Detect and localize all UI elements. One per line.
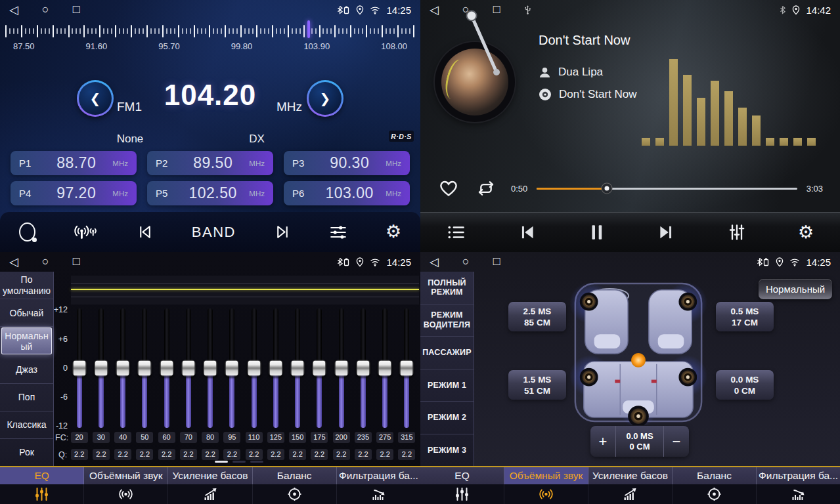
slider-thumb[interactable] [378, 360, 392, 377]
eq-band-slider[interactable] [177, 308, 199, 428]
preset-button-4[interactable]: P4 97.20 MHz [11, 181, 137, 205]
eq-band-slider[interactable] [68, 308, 90, 428]
filter-icon[interactable] [337, 484, 420, 504]
eq-preset-item[interactable]: Поп [0, 384, 53, 411]
settings-button[interactable]: ⚙ [798, 224, 814, 242]
eq-band-slider[interactable] [200, 308, 221, 428]
preset-button-6[interactable]: P6 103.00 MHz [284, 181, 410, 205]
eq-band-slider[interactable] [243, 308, 265, 428]
previous-track-button[interactable] [518, 223, 537, 242]
slider-thumb[interactable] [94, 360, 108, 377]
car-cabin-diagram[interactable] [570, 280, 707, 425]
recents-icon[interactable]: □ [493, 3, 500, 17]
slider-thumb[interactable] [181, 360, 195, 377]
surround-sound-icon[interactable] [504, 484, 588, 504]
recents-icon[interactable]: □ [73, 3, 80, 17]
seek-next-button[interactable] [274, 223, 292, 241]
rear-left-delay[interactable]: 1.5 MS 51 CM [508, 370, 566, 400]
slider-thumb[interactable] [160, 360, 173, 377]
slider-thumb[interactable] [334, 360, 348, 377]
slider-thumb[interactable] [356, 360, 370, 377]
slider-thumb[interactable] [225, 360, 239, 377]
front-left-delay[interactable]: 2.5 MS 85 CM [508, 302, 566, 331]
eq-band-slider[interactable] [330, 308, 352, 428]
preset-button-2[interactable]: P2 89.50 MHz [147, 151, 273, 175]
pause-button[interactable] [589, 223, 605, 242]
balance-icon[interactable] [253, 484, 337, 504]
eq-band-slider[interactable] [309, 308, 330, 428]
balance-icon[interactable] [673, 484, 757, 504]
tab-balance[interactable]: Баланс [253, 467, 337, 484]
tab-eq-sliders[interactable]: EQ [0, 467, 84, 484]
eq-sliders-icon[interactable] [420, 484, 504, 504]
tab-bass-boost[interactable]: Усиление басов [588, 467, 673, 484]
eq-band-slider[interactable] [265, 308, 286, 428]
slider-thumb[interactable] [291, 360, 305, 377]
favorite-button[interactable] [439, 180, 458, 198]
home-icon[interactable]: ○ [462, 255, 470, 269]
repeat-button[interactable] [475, 180, 497, 197]
eq-band-slider[interactable] [396, 308, 418, 428]
rear-right-delay[interactable]: 0.0 MS 0 CM [716, 370, 774, 400]
preset-button-1[interactable]: P1 88.70 MHz [11, 151, 137, 175]
eq-band-slider[interactable] [134, 308, 156, 428]
next-track-button[interactable] [657, 223, 675, 242]
eq-preset-item[interactable]: По умолчанию [0, 272, 53, 299]
eq-band-slider[interactable] [287, 308, 309, 428]
listening-mode-item[interactable]: РЕЖИМ ВОДИТЕЛЯ [420, 304, 474, 337]
listening-mode-item[interactable]: ПАССАЖИР [420, 337, 474, 369]
bass-boost-icon[interactable] [588, 484, 673, 504]
eq-preset-item[interactable]: Рок [0, 439, 53, 466]
home-icon[interactable]: ○ [42, 3, 49, 17]
eq-preset-item[interactable]: Нормальный [1, 327, 52, 355]
eq-preset-item[interactable]: Джаз [0, 356, 53, 383]
eq-band-slider[interactable] [156, 308, 177, 428]
back-icon[interactable]: ◁ [9, 3, 18, 17]
recents-icon[interactable]: □ [73, 255, 80, 269]
increase-delay-button[interactable]: + [590, 426, 615, 457]
surround-sound-icon[interactable] [84, 484, 168, 504]
slider-thumb[interactable] [400, 360, 414, 377]
back-icon[interactable]: ◁ [430, 255, 439, 269]
slider-thumb[interactable] [247, 360, 261, 377]
eq-preset-item[interactable]: Классика [0, 411, 53, 439]
listening-mode-item[interactable]: ПОЛНЫЙ РЕЖИМ [420, 272, 474, 304]
eq-preset-item[interactable]: Обычай [0, 299, 53, 327]
preset-button-5[interactable]: P5 102.50 MHz [147, 181, 273, 205]
slider-thumb[interactable] [72, 360, 86, 377]
tune-up-button[interactable]: ❯ [307, 80, 343, 117]
tab-balance[interactable]: Баланс [673, 467, 757, 484]
settings-button[interactable]: ⚙ [386, 223, 401, 241]
tab-filter[interactable]: Фильтрация ба... [337, 467, 420, 484]
back-icon[interactable]: ◁ [9, 255, 18, 269]
eq-sliders-icon[interactable] [0, 484, 84, 504]
back-icon[interactable]: ◁ [430, 3, 439, 17]
listening-mode-item[interactable]: РЕЖИМ 3 [420, 434, 474, 467]
decrease-delay-button[interactable]: − [664, 426, 689, 457]
progress-knob[interactable] [602, 184, 612, 194]
slider-thumb[interactable] [269, 360, 282, 377]
progress-bar[interactable] [537, 188, 797, 190]
tab-surround-sound[interactable]: Объёмный звук [504, 467, 588, 484]
slider-thumb[interactable] [313, 360, 326, 377]
radio-frequency-scale[interactable] [5, 22, 415, 39]
tune-down-button[interactable]: ❮ [77, 80, 114, 117]
preset-button-3[interactable]: P3 90.30 MHz [284, 151, 410, 175]
tab-eq-sliders[interactable]: EQ [420, 467, 504, 484]
eq-band-slider[interactable] [90, 308, 112, 428]
listening-mode-item[interactable]: РЕЖИМ 1 [420, 369, 474, 402]
filter-icon[interactable] [757, 484, 840, 504]
eq-band-slider[interactable] [221, 308, 243, 428]
front-right-delay[interactable]: 0.5 MS 17 CM [716, 302, 774, 331]
sound-preset-button[interactable]: Нормальный [759, 279, 832, 299]
equalizer-button[interactable] [728, 223, 746, 242]
seek-previous-button[interactable] [136, 223, 154, 241]
eq-band-slider[interactable] [352, 308, 374, 428]
scan-button[interactable] [19, 222, 35, 242]
broadcast-button[interactable] [73, 223, 98, 241]
slider-thumb[interactable] [204, 360, 217, 377]
slider-thumb[interactable] [116, 360, 130, 377]
listening-mode-item[interactable]: РЕЖИМ 2 [420, 402, 474, 434]
listening-position-marker[interactable] [631, 353, 646, 368]
band-button[interactable]: BAND [192, 224, 236, 241]
